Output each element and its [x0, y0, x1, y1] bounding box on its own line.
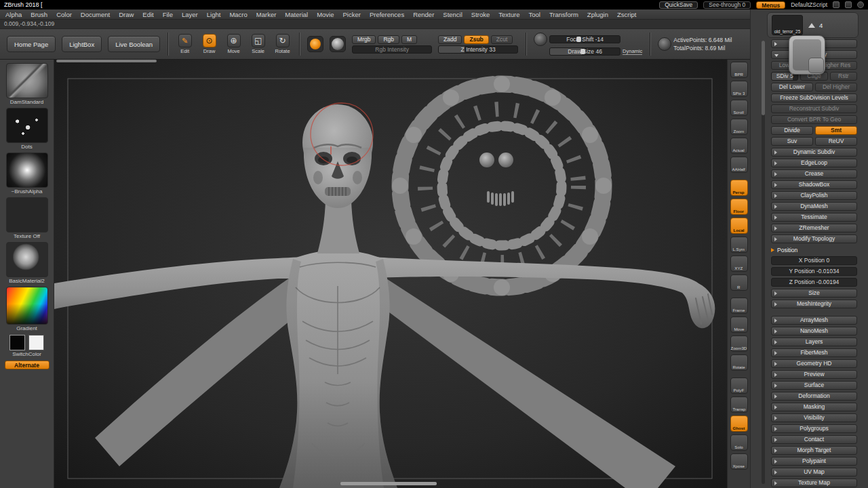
menu-item[interactable]: Texture — [498, 11, 519, 18]
right-shelf-button[interactable]: Solo — [730, 434, 748, 451]
right-shelf-button[interactable]: AAHalf — [730, 157, 748, 173]
palette-section-button[interactable]: NanoMesh — [771, 327, 857, 336]
rotate-mode-button[interactable]: ↻ Rotate — [273, 34, 292, 54]
tool-panel-button[interactable]: EdgeLoop — [771, 159, 857, 167]
tool-panel-button[interactable]: ClayPolish — [771, 191, 857, 200]
tray-thumbnail[interactable] — [6, 152, 48, 188]
position-section[interactable]: Position — [771, 245, 857, 254]
palette-section-button[interactable]: Preview — [771, 370, 857, 379]
tray-label[interactable]: Gradient — [16, 325, 37, 331]
current-tool-button[interactable] — [789, 35, 825, 75]
convert-bpr-button[interactable]: Convert BPR To Geo — [771, 115, 857, 124]
lightbox-button[interactable]: LightBox — [62, 36, 102, 52]
menu-item[interactable]: Brush — [31, 11, 47, 18]
menu-item[interactable]: Zscript — [617, 11, 637, 18]
right-shelf-button[interactable]: Zoom3D — [730, 336, 748, 352]
palette-section-button[interactable]: Texture Map — [771, 479, 857, 487]
tray-label[interactable]: BasicMaterial2 — [9, 278, 44, 284]
tool-panel-button[interactable]: Crease — [771, 169, 857, 178]
zsub-button[interactable]: Zsub — [464, 35, 488, 44]
draw-mode-button[interactable]: ⊙ Draw — [200, 34, 218, 54]
tray-label[interactable]: Dots — [21, 144, 32, 150]
menu-item[interactable]: Transform — [549, 11, 578, 18]
divide-button[interactable]: Divide — [771, 126, 813, 135]
tray-label[interactable]: DamStandard — [10, 99, 43, 105]
menu-item[interactable]: Draw — [119, 11, 134, 18]
palette-section-button[interactable]: Contact — [771, 435, 857, 444]
live-boolean-button[interactable]: Live Boolean — [108, 36, 160, 52]
palette-section-button[interactable]: Masking — [771, 403, 857, 411]
right-shelf-button[interactable]: L.Sym — [730, 237, 748, 253]
document-canvas[interactable] — [54, 60, 727, 488]
rgb-button[interactable]: Rgb — [378, 35, 399, 44]
right-shelf-button[interactable]: SPix 3 — [730, 81, 748, 97]
mrgb-button[interactable]: Mrgb — [352, 35, 376, 44]
menu-item[interactable]: Material — [285, 11, 308, 18]
menu-item[interactable]: Zplugin — [587, 11, 608, 18]
position-slider[interactable]: X Position 0 — [771, 256, 857, 265]
home-page-button[interactable]: Home Page — [7, 36, 56, 52]
right-shelf-button[interactable]: Move — [730, 317, 748, 333]
tool-panel-button[interactable]: DynaMesh — [771, 202, 857, 211]
right-shelf-button[interactable]: Frame — [730, 298, 748, 314]
menu-item[interactable]: Layer — [182, 11, 198, 18]
tray-thumbnail[interactable] — [6, 334, 48, 350]
reuv-button[interactable]: ReUV — [815, 137, 857, 146]
quicksave-button[interactable]: QuickSave — [659, 1, 698, 9]
position-slider[interactable]: Z Position -0.00194 — [771, 278, 857, 287]
freeze-subdivision-button[interactable]: Freeze SubDivision Levels — [771, 94, 857, 102]
tool-panel-button[interactable]: Size — [771, 289, 857, 298]
right-shelf-button[interactable]: Floor — [730, 199, 748, 215]
right-shelf-button[interactable]: R — [730, 274, 748, 291]
palette-section-button[interactable]: Visibility — [771, 413, 857, 422]
menu-item[interactable]: Stencil — [443, 11, 462, 18]
tray-thumbnail[interactable] — [6, 287, 48, 325]
menu-item[interactable]: Macro — [229, 11, 247, 18]
palette-section-button[interactable]: ArrayMesh — [771, 316, 857, 325]
menu-item[interactable]: Preferences — [370, 11, 404, 18]
arrow-up-icon[interactable] — [808, 23, 815, 28]
zadd-button[interactable]: Zadd — [438, 35, 462, 44]
scale-mode-button[interactable]: ◱ Scale — [249, 34, 267, 54]
canvas-scrollbar-bottom[interactable] — [340, 482, 437, 485]
menu-item[interactable]: Tool — [528, 11, 540, 18]
palette-section-button[interactable]: Morph Target — [771, 446, 857, 455]
dynamic-toggle[interactable]: Dynamic — [623, 48, 642, 55]
draw-size-slider[interactable]: Draw Size 46 — [549, 47, 620, 56]
right-shelf-button[interactable]: Local — [730, 218, 748, 234]
menu-item[interactable]: Stroke — [471, 11, 490, 18]
palette-section-button[interactable]: Polygroups — [771, 424, 857, 433]
right-shelf-button[interactable]: BPR — [730, 62, 748, 78]
rstr-button[interactable]: Rstr — [830, 72, 857, 81]
edit-mode-button[interactable]: ✎ Edit — [176, 34, 194, 54]
tool-panel-scrollbar[interactable] — [762, 41, 765, 484]
menu-item[interactable]: Picker — [343, 11, 361, 18]
menu-item[interactable]: Marker — [256, 11, 277, 18]
right-shelf-button[interactable]: Persp — [730, 180, 748, 196]
focal-shift-slider[interactable]: Focal Shift -14 — [549, 35, 620, 43]
menu-item[interactable]: Edit — [142, 11, 153, 18]
palette-section-button[interactable]: Surface — [771, 381, 857, 390]
right-shelf-button[interactable]: Ghost — [730, 415, 748, 432]
tray-label[interactable]: SwitchColor — [12, 351, 41, 357]
palette-section-button[interactable]: Deformation — [771, 392, 857, 401]
zscript-run-icon[interactable] — [845, 1, 852, 8]
zcut-button[interactable]: Zcut — [491, 35, 513, 44]
palette-section-button[interactable]: UV Map — [771, 468, 857, 476]
right-shelf-button[interactable]: Zoom — [730, 119, 748, 135]
material-sphere-icon[interactable] — [330, 36, 346, 52]
current-tool-thumbnail[interactable]: old_terror_25 — [772, 15, 803, 35]
tray-thumbnail[interactable] — [6, 108, 48, 143]
del-lower-button[interactable]: Del Lower — [771, 83, 813, 92]
right-shelf-button[interactable]: Actual — [730, 138, 748, 154]
palette-section-button[interactable]: Polypaint — [771, 457, 857, 466]
tray-label[interactable]: Alternate — [5, 361, 50, 369]
right-shelf-button[interactable]: PolyF — [730, 378, 748, 394]
tray-thumbnail[interactable] — [6, 63, 48, 98]
tool-panel-button[interactable]: Tessimate — [771, 213, 857, 222]
position-slider[interactable]: Y Position -0.01034 — [771, 267, 857, 276]
window-grid-icon[interactable] — [833, 1, 840, 8]
tool-panel-button[interactable]: Dynamic Subdiv — [771, 148, 857, 157]
del-higher-button[interactable]: Del Higher — [815, 83, 857, 92]
palette-section-button[interactable]: Layers — [771, 338, 857, 346]
